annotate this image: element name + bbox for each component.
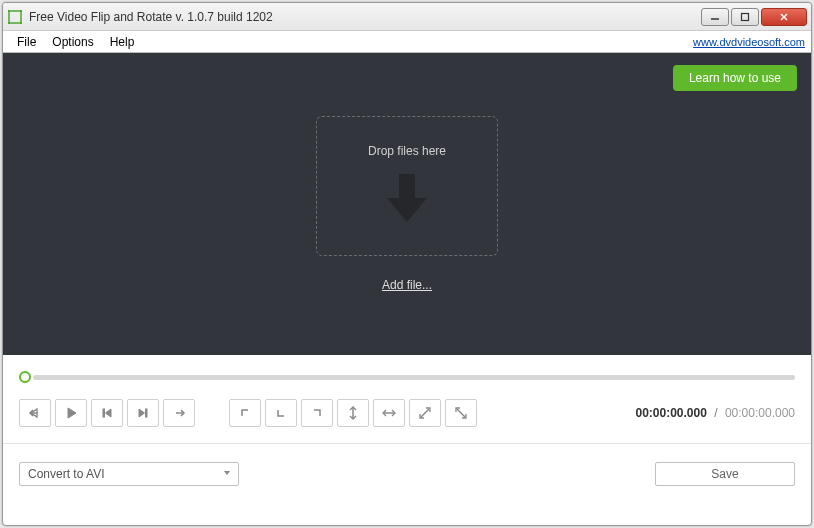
transform-group	[229, 399, 477, 427]
bottom-row: Convert to AVI Save	[3, 443, 811, 496]
dropzone[interactable]: Drop files here	[316, 116, 498, 256]
svg-line-16	[457, 409, 465, 417]
slider-track[interactable]	[33, 375, 795, 380]
titlebar: Free Video Flip and Rotate v. 1.0.7 buil…	[3, 3, 811, 31]
svg-rect-12	[146, 409, 148, 417]
svg-rect-4	[20, 22, 22, 24]
controls-row: 00:00:00.000 / 00:00:00.000	[3, 389, 811, 437]
website-link[interactable]: www.dvdvideosoft.com	[693, 36, 805, 48]
time-separator: /	[714, 406, 717, 420]
app-window: Free Video Flip and Rotate v. 1.0.7 buil…	[2, 2, 812, 526]
menu-options[interactable]: Options	[44, 33, 101, 51]
prev-frame-button[interactable]	[19, 399, 51, 427]
menubar: File Options Help www.dvdvideosoft.com	[3, 31, 811, 53]
format-select-label: Convert to AVI	[28, 467, 104, 481]
play-button[interactable]	[55, 399, 87, 427]
time-current: 00:00:00.000	[636, 406, 707, 420]
window-title: Free Video Flip and Rotate v. 1.0.7 buil…	[29, 10, 701, 24]
chevron-down-icon	[222, 467, 232, 481]
minimize-button[interactable]	[701, 8, 729, 26]
drop-label: Drop files here	[368, 144, 446, 158]
svg-rect-3	[8, 22, 10, 24]
step-back-button[interactable]	[91, 399, 123, 427]
preview-area: Learn how to use Drop files here Add fil…	[3, 53, 811, 355]
learn-button[interactable]: Learn how to use	[673, 65, 797, 91]
flip-diagonal-2-button[interactable]	[445, 399, 477, 427]
timeline-slider[interactable]	[3, 355, 811, 389]
flip-horizontal-button[interactable]	[373, 399, 405, 427]
add-file-link[interactable]: Add file...	[382, 278, 432, 292]
svg-line-15	[421, 409, 429, 417]
rotate-ccw-90-button[interactable]	[229, 399, 261, 427]
close-button[interactable]	[761, 8, 807, 26]
flip-vertical-button[interactable]	[337, 399, 369, 427]
next-frame-button[interactable]	[163, 399, 195, 427]
format-select[interactable]: Convert to AVI	[19, 462, 239, 486]
app-icon	[7, 9, 23, 25]
maximize-button[interactable]	[731, 8, 759, 26]
rotate-cw-90-button[interactable]	[301, 399, 333, 427]
menu-help[interactable]: Help	[102, 33, 143, 51]
rotate-180-button[interactable]	[265, 399, 297, 427]
slider-handle[interactable]	[19, 371, 31, 383]
playback-group	[19, 399, 195, 427]
svg-rect-11	[103, 409, 105, 417]
svg-rect-2	[20, 10, 22, 12]
save-button[interactable]: Save	[655, 462, 795, 486]
time-display: 00:00:00.000 / 00:00:00.000	[636, 406, 796, 420]
window-controls	[701, 8, 807, 26]
step-forward-button[interactable]	[127, 399, 159, 427]
arrow-down-icon	[383, 170, 431, 229]
time-total: 00:00:00.000	[725, 406, 795, 420]
svg-rect-1	[8, 10, 10, 12]
menu-file[interactable]: File	[9, 33, 44, 51]
svg-rect-0	[9, 11, 21, 23]
flip-diagonal-1-button[interactable]	[409, 399, 441, 427]
svg-rect-6	[742, 13, 749, 20]
